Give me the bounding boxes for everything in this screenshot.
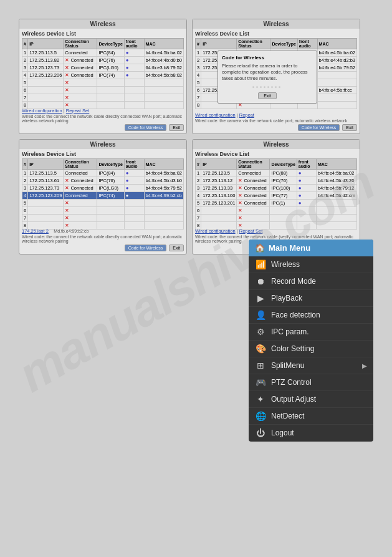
table-row[interactable]: 4172.25.123.209ConnectedIPC(74)●b4:fb:e4… <box>22 192 184 200</box>
ipc-icon: ⚙ <box>255 327 266 337</box>
panel3-title: Wireless <box>19 140 186 149</box>
panel2-repeat-link[interactable]: Repeat <box>239 112 254 118</box>
panel1-code-button[interactable]: Code for Wireless <box>125 124 167 131</box>
col-ip: IP <box>201 159 237 170</box>
menu-label-face: Face detection <box>271 311 367 319</box>
panel3-table: # IP Connection Status DeviceType front … <box>22 158 184 230</box>
panel3-config-link[interactable]: 174.25.last 2 <box>22 228 49 234</box>
wireless-panel-4: Wireless Wireless Device List # IP Conne… <box>192 139 360 254</box>
panel2-config-text: Wired code: the camera via the network c… <box>195 119 357 123</box>
table-row[interactable]: 5172.25.123.201✕ ConnectedIPC(1)● <box>196 200 357 207</box>
col-audio: front audio <box>297 39 317 49</box>
col-num: # <box>196 159 201 170</box>
table-row[interactable]: 3172.25.113.33✕ ConnectedIPC(100)●b4:fb:… <box>196 185 357 192</box>
col-ip: IP <box>28 39 64 49</box>
table-row[interactable]: 7✕ <box>22 94 184 102</box>
table-row[interactable]: 6✕ <box>22 87 184 94</box>
col-status: Connection Status <box>64 39 97 49</box>
panel1-title: Wireless <box>19 19 186 29</box>
menu-label-logout: Logout <box>271 429 367 437</box>
table-row[interactable]: 4172.25.113.100✕ ConnectedIPC(77)●b4:fb:… <box>196 192 357 200</box>
main-menu: 🏠 Main Menu 📶 Wireless ⏺ Record Mode ▶ P… <box>249 240 373 442</box>
panel1-exit-button[interactable]: Exit <box>169 124 184 131</box>
table-row[interactable]: 7✕ <box>196 215 357 222</box>
table-row[interactable]: 6✕ <box>22 207 184 215</box>
menu-item-record-mode[interactable]: ⏺ Record Mode <box>249 273 373 290</box>
logout-icon: ⏻ <box>255 428 266 438</box>
col-type: DeviceType <box>270 39 297 49</box>
col-status: Connection Status <box>237 39 270 49</box>
menu-item-face-detection[interactable]: 👤 Face detection <box>249 307 373 324</box>
home-icon: 🏠 <box>255 243 265 253</box>
menu-label-ipc: IPC param. <box>271 327 367 336</box>
panel1-wired-config-link[interactable]: Wired configuration <box>22 108 62 114</box>
table-row[interactable]: 7✕ <box>22 215 184 222</box>
table-row[interactable]: 5✕ <box>22 200 184 207</box>
menu-item-split-menu[interactable]: ⊞ SplitMenu ▶ <box>249 357 373 374</box>
dialog-text: Please reload the camera in order to com… <box>222 63 313 81</box>
table-row[interactable]: 2172.25.113.82✕ ConnectedIPC(76)●b4:fb:e… <box>22 57 184 64</box>
panel2-code-button[interactable]: Code for Wireless <box>298 124 340 131</box>
table-row[interactable]: 5✕ <box>22 79 184 87</box>
menu-header: 🏠 Main Menu <box>249 240 373 256</box>
panel2-exit-button[interactable]: Exit <box>342 124 357 131</box>
panel4-title: Wireless <box>193 140 360 149</box>
col-audio: front audio <box>124 39 144 49</box>
menu-item-ipc-param[interactable]: ⚙ IPC param. <box>249 324 373 341</box>
panel2-section: Wireless Device List <box>195 31 357 37</box>
col-num: # <box>22 159 28 170</box>
menu-item-output-adjust[interactable]: ✦ Output Adjust <box>249 391 373 408</box>
ptz-icon: 🎮 <box>255 377 266 387</box>
col-ip: IP <box>201 39 237 49</box>
panel4-repeat-link[interactable]: Repeat Set <box>239 228 263 234</box>
menu-item-color-setting[interactable]: 🎨 Color Setting <box>249 341 373 357</box>
dialog-dashes: -------- <box>222 84 313 90</box>
split-arrow-icon: ▶ <box>362 362 367 369</box>
col-audio: front audio <box>124 159 144 170</box>
panel2-title: Wireless <box>193 19 360 29</box>
panel1-section: Wireless Device List <box>22 31 184 37</box>
panel3-code-button[interactable]: Code for Wireless <box>125 245 167 251</box>
panel1-config-text: Wired code: the connect the network cabl… <box>22 114 184 123</box>
col-num: # <box>22 39 28 49</box>
panel3-buttons: Code for Wireless Exit <box>22 245 184 251</box>
panel2-wired-config-link[interactable]: Wired configuration <box>195 112 236 118</box>
panel3-config-text: Wired code: the connect the network cabl… <box>22 235 184 243</box>
menu-item-logout[interactable]: ⏻ Logout <box>249 425 373 442</box>
table-row[interactable]: 3172.25.123.73✕ ConnectedIPC(LG0)●b4:fb:… <box>22 185 184 192</box>
menu-item-ptz-control[interactable]: 🎮 PTZ Control <box>249 374 373 391</box>
panel4-section: Wireless Device List <box>195 151 357 157</box>
split-icon: ⊞ <box>255 361 266 371</box>
table-row[interactable]: 1172.25.113.5ConnectedIPC(84)●b4:fb:e4:5… <box>22 49 184 57</box>
table-row[interactable]: 3172.25.123.73✕ ConnectedIPC(LG0)●64:fb:… <box>22 64 184 72</box>
table-row[interactable]: 4172.25.123.206✕ ConnectedIPC(74)●b4:fb:… <box>22 72 184 79</box>
menu-item-wireless[interactable]: 📶 Wireless <box>249 256 373 273</box>
menu-label-net: NetDetect <box>271 412 367 420</box>
menu-item-playback[interactable]: ▶ PlayBack <box>249 290 373 307</box>
dialog-exit-button[interactable]: Exit <box>258 92 277 99</box>
panel4-table: # IP Connection Status DeviceType front … <box>195 158 357 230</box>
menu-item-netdetect[interactable]: 🌐 NetDetect <box>249 408 373 425</box>
dialog-title: Code for Wireless <box>222 55 313 61</box>
panel4-wired-config-link[interactable]: Wired configuration <box>195 228 236 234</box>
net-icon: 🌐 <box>255 411 266 421</box>
table-row[interactable]: 6✕ <box>196 207 357 215</box>
wireless-panel-2: Wireless Wireless Device List # IP Conne… <box>192 19 360 134</box>
table-row[interactable]: 2172.25.113.61✕ ConnectedIPC(76)●b4:fb:e… <box>22 177 184 185</box>
menu-label-split: SplitMenu <box>271 361 357 370</box>
panel1-footer: Wired configuration | Repeat Set Wired c… <box>22 108 184 131</box>
face-icon: 👤 <box>255 310 266 320</box>
record-icon: ⏺ <box>255 276 266 286</box>
panel3-exit-button[interactable]: Exit <box>169 245 184 251</box>
panel1-repeat-link[interactable]: Repeat Set <box>66 108 90 114</box>
col-status: Connection Status <box>237 159 270 170</box>
menu-label-ptz: PTZ Control <box>271 378 367 387</box>
table-row[interactable]: 1172.25.123.5ConnectedIPC(88)●b4:fb:e4:5… <box>196 170 357 177</box>
menu-label-record: Record Mode <box>271 277 367 286</box>
panel1-table: # IP Connection Status DeviceType front … <box>22 38 184 109</box>
table-row[interactable]: 2172.25.113.12✕ ConnectedIPC(76)●b4:fb:e… <box>196 177 357 185</box>
wireless-icon: 📶 <box>255 259 266 269</box>
table-row[interactable]: 1172.25.113.5ConnectedIPC(84)●b4:fb:e4:5… <box>22 170 184 177</box>
menu-title: Main Menu <box>269 243 310 253</box>
col-mac: MAC <box>317 39 356 49</box>
